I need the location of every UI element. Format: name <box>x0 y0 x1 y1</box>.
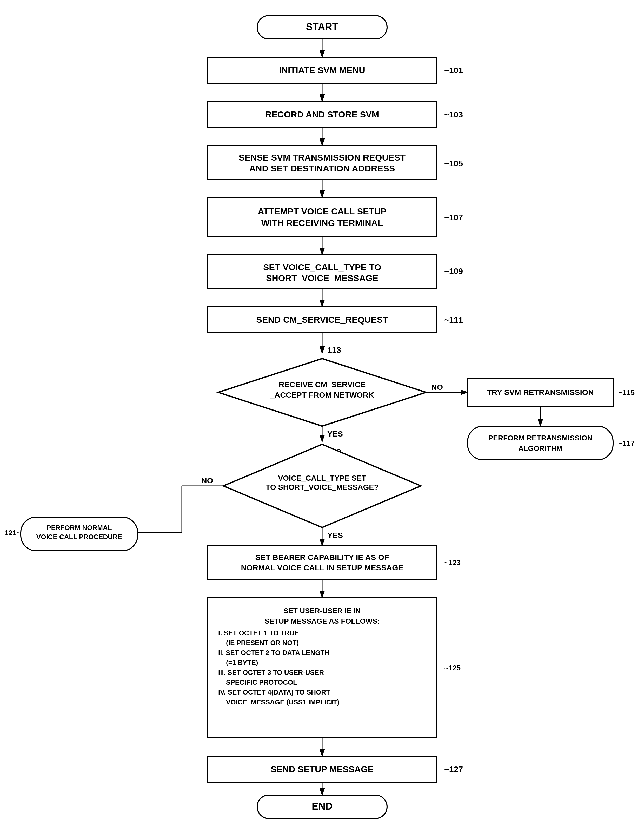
svg-rect-23 <box>208 255 436 289</box>
svg-text:SEND CM_SERVICE_REQUEST: SEND CM_SERVICE_REQUEST <box>256 315 388 324</box>
svg-text:~127: ~127 <box>444 765 463 774</box>
svg-text:~103: ~103 <box>444 110 463 119</box>
svg-text:(IE PRESENT OR NOT): (IE PRESENT OR NOT) <box>226 639 299 647</box>
svg-text:VOICE_CALL_TYPE SET: VOICE_CALL_TYPE SET <box>278 474 366 482</box>
svg-text:SETUP MESSAGE AS FOLLOWS:: SETUP MESSAGE AS FOLLOWS: <box>264 617 380 625</box>
svg-rect-9 <box>208 101 436 127</box>
svg-rect-2 <box>257 16 387 39</box>
svg-rect-13 <box>208 146 436 179</box>
svg-text:121~: 121~ <box>5 529 21 537</box>
svg-text:_ACCEPT FROM NETWORK: _ACCEPT FROM NETWORK <box>270 391 374 399</box>
flowchart-diagram: START INITIATE SVM MENU ~101 RECORD AND … <box>0 0 644 826</box>
svg-text:SEND SETUP MESSAGE: SEND SETUP MESSAGE <box>271 764 374 774</box>
svg-text:YES: YES <box>327 531 343 539</box>
svg-text:~111: ~111 <box>444 315 463 324</box>
svg-rect-18 <box>208 197 436 236</box>
svg-text:RECEIVE CM_SERVICE: RECEIVE CM_SERVICE <box>279 380 366 389</box>
svg-text:~123: ~123 <box>444 559 461 567</box>
svg-text:~101: ~101 <box>444 66 463 75</box>
svg-text:NORMAL VOICE CALL IN SETUP MES: NORMAL VOICE CALL IN SETUP MESSAGE <box>241 563 403 572</box>
svg-text:ATTEMPT VOICE CALL SETUP: ATTEMPT VOICE CALL SETUP <box>258 206 386 216</box>
svg-rect-84 <box>257 795 387 818</box>
svg-text:START: START <box>306 21 338 32</box>
svg-text:AND SET DESTINATION ADDRESS: AND SET DESTINATION ADDRESS <box>249 163 395 173</box>
svg-text:SET USER-USER IE IN: SET USER-USER IE IN <box>283 607 361 615</box>
svg-text:YES: YES <box>327 430 343 438</box>
svg-text:VOICE CALL PROCEDURE: VOICE CALL PROCEDURE <box>36 533 122 541</box>
svg-text:~107: ~107 <box>444 213 463 222</box>
svg-text:NO: NO <box>431 383 443 391</box>
svg-text:TRY SVM RETRANSMISSION: TRY SVM RETRANSMISSION <box>487 388 594 396</box>
svg-text:~105: ~105 <box>444 159 463 168</box>
svg-text:SPECIFIC PROTOCOL: SPECIFIC PROTOCOL <box>226 678 297 686</box>
svg-text:~125: ~125 <box>444 664 461 672</box>
svg-text:IV. SET OCTET 4(DATA) TO SHORT: IV. SET OCTET 4(DATA) TO SHORT_ <box>218 688 334 696</box>
svg-text:ALGORITHM: ALGORITHM <box>518 444 562 452</box>
svg-rect-67 <box>208 598 436 738</box>
svg-text:~109: ~109 <box>444 267 463 276</box>
svg-rect-5 <box>208 57 436 83</box>
svg-text:NO: NO <box>201 476 213 485</box>
svg-text:SET VOICE_CALL_TYPE TO: SET VOICE_CALL_TYPE TO <box>263 262 381 272</box>
svg-marker-33 <box>218 359 426 426</box>
svg-text:113: 113 <box>327 345 341 355</box>
svg-text:PERFORM NORMAL: PERFORM NORMAL <box>47 524 112 532</box>
svg-text:~117: ~117 <box>618 439 635 447</box>
svg-text:II. SET OCTET 2 TO DATA LENGTH: II. SET OCTET 2 TO DATA LENGTH <box>218 649 329 657</box>
svg-text:~115: ~115 <box>618 388 635 396</box>
svg-text:VOICE_MESSAGE (USS1 IMPLICIT): VOICE_MESSAGE (USS1 IMPLICIT) <box>226 698 339 706</box>
svg-text:INITIATE SVM MENU: INITIATE SVM MENU <box>279 65 365 75</box>
svg-text:(=1 BYTE): (=1 BYTE) <box>226 659 258 666</box>
svg-rect-28 <box>208 307 436 332</box>
svg-text:RECORD AND STORE SVM: RECORD AND STORE SVM <box>265 109 379 119</box>
svg-rect-56 <box>21 517 138 551</box>
svg-rect-44 <box>468 426 613 460</box>
svg-rect-80 <box>208 756 436 782</box>
svg-marker-49 <box>223 444 421 528</box>
svg-text:TO SHORT_VOICE_MESSAGE?: TO SHORT_VOICE_MESSAGE? <box>266 483 379 491</box>
svg-text:SET BEARER CAPABILITY IE AS OF: SET BEARER CAPABILITY IE AS OF <box>255 553 389 562</box>
svg-text:SHORT_VOICE_MESSAGE: SHORT_VOICE_MESSAGE <box>266 273 379 283</box>
svg-text:END: END <box>312 801 332 812</box>
svg-text:I. SET OCTET 1 TO TRUE: I. SET OCTET 1 TO TRUE <box>218 629 299 637</box>
svg-text:III. SET OCTET 3 TO USER-USER: III. SET OCTET 3 TO USER-USER <box>218 669 324 676</box>
svg-text:SENSE SVM TRANSMISSION REQUEST: SENSE SVM TRANSMISSION REQUEST <box>239 152 406 162</box>
svg-text:119: 119 <box>327 447 341 456</box>
svg-text:PERFORM RETRANSMISSION: PERFORM RETRANSMISSION <box>488 434 592 442</box>
svg-text:WITH RECEIVING TERMINAL: WITH RECEIVING TERMINAL <box>261 218 383 228</box>
svg-rect-62 <box>208 546 436 579</box>
svg-rect-40 <box>468 378 613 407</box>
